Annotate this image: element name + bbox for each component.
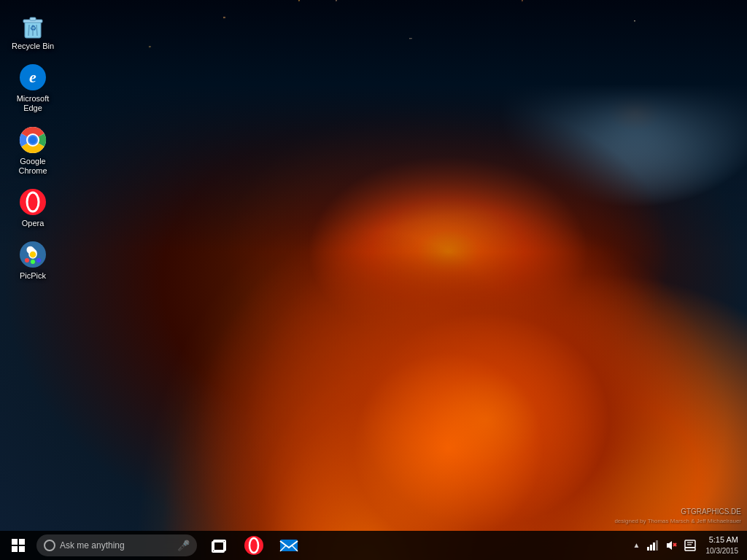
opera-taskbar-button[interactable] [238,531,270,560]
opera-desktop-icon [18,187,47,217]
clock-date: 10/3/2015 [706,546,739,556]
microsoft-edge-icon: e [18,63,47,92]
windows-logo [12,539,25,552]
recycle-bin-icon-item[interactable]: ♻ Recycle Bin [4,6,62,55]
microsoft-edge-label: Microsoft Edge [7,94,59,113]
mail-taskbar-button[interactable] [273,531,305,560]
svg-rect-27 [650,545,652,551]
picpick-desktop-icon [18,240,47,269]
picpick-label: PicPick [20,271,46,281]
opera-icon-item[interactable]: Opera [4,183,62,233]
svg-rect-5 [30,18,36,20]
svg-rect-34 [685,548,695,551]
recycle-bin-label: Recycle Bin [12,42,54,51]
notification-icon[interactable] [681,537,699,554]
google-chrome-icon-item[interactable]: Google Chrome [4,121,62,180]
opera-taskbar-icon [244,535,264,556]
network-icon[interactable] [643,537,661,554]
svg-point-20 [36,258,41,262]
svg-point-19 [31,260,35,264]
svg-text:♻: ♻ [30,24,36,32]
microsoft-edge-icon-item[interactable]: e Microsoft Edge [4,58,62,117]
svg-rect-29 [656,540,658,551]
svg-point-18 [25,258,29,262]
cortana-icon [44,540,55,551]
svg-text:e: e [29,68,36,86]
microphone-icon[interactable]: 🎤 [177,540,190,551]
watermark: GTGRAPHICS.DE designed by Thomas Marsch … [614,507,741,525]
recycle-bin-icon: ♻ [18,10,47,39]
svg-marker-30 [667,541,672,550]
tray-expand-button[interactable]: ▲ [632,538,642,552]
system-tray: ▲ [632,534,747,556]
mail-taskbar-icon [279,535,299,556]
taskbar-pinned-apps [203,531,305,560]
watermark-line2: designed by Thomas Marsch & Jeff Michael… [614,517,741,525]
search-bar[interactable]: Ask me anything 🎤 [36,534,197,556]
watermark-line1: GTGRAPHICS.DE [614,507,741,517]
picpick-icon-item[interactable]: PicPick [4,236,62,285]
svg-line-3 [36,25,37,36]
svg-rect-23 [280,540,298,551]
google-chrome-label: Google Chrome [7,157,59,176]
task-view-icon [212,540,226,551]
svg-rect-33 [685,540,695,548]
svg-point-17 [29,251,36,258]
task-view-button[interactable] [203,531,235,560]
search-placeholder: Ask me anything [60,540,125,551]
clock-time: 5:15 AM [706,534,739,545]
opera-label: Opera [22,219,44,228]
taskbar: Ask me anything 🎤 [0,531,747,560]
desktop-icons: ♻ Recycle Bin e Microsoft Edge [0,0,66,294]
wallpaper [0,0,747,560]
svg-point-12 [29,136,36,144]
start-button[interactable] [0,531,36,560]
google-chrome-icon [18,125,47,155]
clock[interactable]: 5:15 AM 10/3/2015 [700,534,745,556]
svg-rect-26 [647,547,649,551]
desktop: GTGRAPHICS.DE designed by Thomas Marsch … [0,0,747,560]
svg-rect-28 [653,542,655,551]
volume-icon[interactable] [662,537,680,554]
